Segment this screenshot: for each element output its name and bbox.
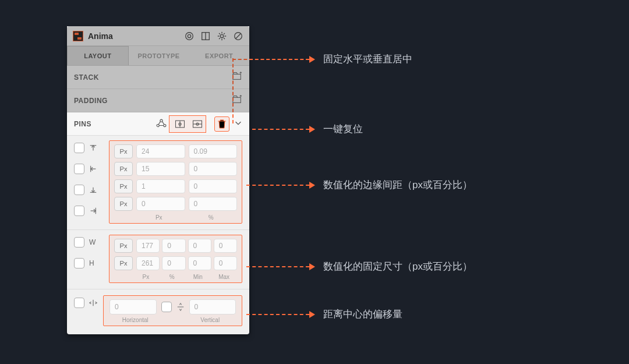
callout-text: 数值化的固定尺寸（px或百分比） — [323, 260, 472, 273]
edge-right-px[interactable]: 0 — [136, 197, 185, 211]
svg-point-13 — [160, 119, 162, 122]
section-label: PADDING — [74, 97, 108, 105]
px-toggle[interactable]: Px — [114, 162, 133, 176]
pin-left-check[interactable] — [74, 161, 109, 176]
callout-text: 固定水平或垂直居中 — [323, 52, 412, 66]
h-pct[interactable]: 0 — [162, 256, 185, 270]
columns-icon[interactable] — [200, 31, 211, 41]
panel-header: Anima — [67, 26, 249, 46]
h-label: H — [89, 259, 94, 267]
cap-px: Px — [133, 274, 159, 280]
offset-values-highlight: 0 0 Horizontal Vertical — [103, 295, 242, 326]
pin-right-check[interactable] — [74, 203, 109, 218]
callout-text: 一键复位 — [323, 122, 363, 136]
svg-point-4 — [220, 34, 223, 37]
tab-prototype[interactable]: PROTOTYPE — [129, 46, 189, 65]
pin-offset-check[interactable] — [74, 298, 97, 308]
px-toggle[interactable]: Px — [114, 256, 133, 270]
edge-values-highlight: Px 24 0.09 Px 15 0 Px 1 0 Px 0 0 Px — [109, 140, 242, 224]
callout-size: 数值化的固定尺寸（px或百分比） — [246, 260, 472, 273]
cap-horizontal: Horizontal — [109, 317, 161, 323]
cap-px: Px — [133, 214, 185, 221]
chevron-down-icon[interactable] — [234, 119, 242, 129]
callout-text: 数值化的边缘间距（px或百分比） — [323, 178, 472, 192]
w-max[interactable]: 0 — [214, 239, 237, 253]
pin-h-check[interactable]: H — [74, 256, 109, 271]
disable-icon[interactable] — [233, 31, 243, 41]
section-stack[interactable]: STACK — [67, 66, 249, 89]
pin-bottom-check[interactable] — [74, 182, 109, 197]
w-label: W — [89, 238, 96, 246]
pin-size-area: W H Px 177 0 0 0 Px 261 0 0 — [67, 230, 249, 289]
tabs: LAYOUT PROTOTYPE EXPORT — [67, 46, 249, 66]
edge-top-px[interactable]: 24 — [136, 144, 185, 158]
svg-rect-10 — [233, 97, 241, 103]
pins-graph-icon[interactable] — [154, 116, 169, 132]
pin-offset-area: 0 0 Horizontal Vertical — [67, 289, 249, 334]
offset-v-icon — [176, 303, 185, 311]
pin-reset-button[interactable] — [214, 116, 229, 132]
callout-text: 距离中心的偏移量 — [323, 308, 402, 321]
callout-center: 固定水平或垂直居中 — [232, 52, 412, 66]
px-toggle[interactable]: Px — [114, 239, 133, 253]
section-label: PINS — [74, 120, 91, 128]
cap-pct: % — [159, 274, 185, 280]
section-pins: PINS — [67, 112, 249, 136]
callout-edges: 数值化的边缘间距（px或百分比） — [246, 178, 472, 192]
pin-w-check[interactable]: W — [74, 235, 109, 250]
panel-title: Anima — [88, 31, 113, 41]
pin-center-buttons-highlight — [169, 115, 206, 133]
record-icon[interactable] — [184, 31, 195, 41]
px-toggle[interactable]: Px — [114, 197, 133, 211]
cap-min: Min — [185, 274, 211, 280]
pin-center-h-button[interactable] — [172, 116, 188, 132]
offset-v[interactable]: 0 — [189, 299, 236, 314]
h-min[interactable]: 0 — [188, 256, 211, 270]
svg-point-1 — [188, 34, 190, 37]
svg-point-14 — [157, 124, 159, 126]
svg-line-6 — [236, 33, 241, 38]
h-max[interactable]: 0 — [214, 256, 237, 270]
tab-layout[interactable]: LAYOUT — [67, 46, 129, 65]
callout-connector — [232, 58, 234, 123]
svg-point-15 — [164, 124, 166, 126]
edge-bottom-px[interactable]: 1 — [136, 179, 185, 193]
w-pct[interactable]: 0 — [162, 239, 185, 253]
anima-panel: Anima LAYOUT PROTOTYPE EXPORT STACK PADD… — [67, 26, 249, 334]
svg-point-0 — [186, 32, 193, 40]
callout-reset: 一键复位 — [252, 122, 363, 136]
callout-offset: 距离中心的偏移量 — [246, 308, 402, 321]
edge-right-pct[interactable]: 0 — [189, 197, 238, 211]
section-padding[interactable]: PADDING — [67, 89, 249, 112]
size-values-highlight: Px 177 0 0 0 Px 261 0 0 0 Px — [109, 235, 242, 283]
px-toggle[interactable]: Px — [114, 144, 133, 158]
cap-max: Max — [211, 274, 237, 280]
edge-left-pct[interactable]: 0 — [189, 162, 238, 176]
edge-left-px[interactable]: 15 — [136, 162, 185, 176]
svg-rect-7 — [233, 74, 241, 79]
section-label: STACK — [74, 73, 99, 82]
h-px[interactable]: 261 — [136, 256, 160, 270]
pin-center-v-button[interactable] — [190, 116, 205, 132]
edge-bottom-pct[interactable]: 0 — [189, 179, 238, 193]
gear-icon[interactable] — [217, 31, 227, 41]
edge-top-pct[interactable]: 0.09 — [189, 144, 238, 158]
anima-logo — [73, 31, 83, 41]
cap-vertical: Vertical — [185, 317, 236, 323]
w-min[interactable]: 0 — [188, 239, 211, 253]
px-toggle[interactable]: Px — [114, 179, 133, 193]
pin-edges-area: Px 24 0.09 Px 15 0 Px 1 0 Px 0 0 Px — [67, 136, 249, 230]
offset-h[interactable]: 0 — [109, 299, 157, 314]
w-px[interactable]: 177 — [136, 239, 160, 253]
cap-pct: % — [185, 214, 238, 221]
offset-mid-check[interactable] — [161, 302, 172, 312]
pin-top-check[interactable] — [74, 140, 109, 156]
